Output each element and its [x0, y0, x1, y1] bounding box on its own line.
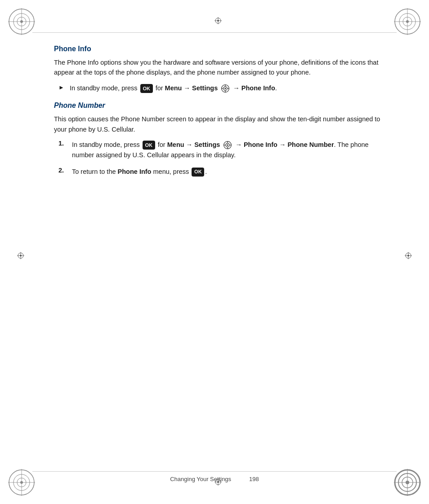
phone-info-bullet-text: In standby mode, press OK for Menu → Set… — [70, 83, 277, 93]
crosshair-left — [17, 252, 24, 261]
step-2: 2. To return to the Phone Info menu, pre… — [58, 167, 384, 177]
phone-info-body: The Phone Info options show you the hard… — [54, 57, 384, 78]
main-content: Phone Info The Phone Info options show y… — [54, 45, 384, 468]
phone-number-heading: Phone Number — [54, 102, 384, 110]
svg-point-49 — [227, 145, 228, 146]
border-bottom — [32, 471, 397, 472]
page-footer: Changing Your Settings 198 — [0, 476, 429, 482]
ok-button-inline-1: OK — [140, 84, 153, 93]
step-2-text: To return to the Phone Info menu, press … — [72, 167, 207, 177]
corner-mark-tr — [394, 8, 421, 35]
border-top — [32, 32, 397, 33]
settings-icon-1 — [220, 84, 230, 93]
bullet-arrow-icon: ► — [58, 84, 64, 91]
step-1-number: 1. — [58, 140, 67, 147]
settings-icon-2 — [223, 140, 232, 150]
crosshair-right — [405, 252, 412, 261]
page-number: 198 — [249, 476, 259, 482]
step-1: 1. In standby mode, press OK for Menu → … — [58, 140, 384, 160]
ok-button-inline-2: OK — [143, 141, 155, 150]
corner-mark-bl — [8, 469, 35, 496]
svg-point-42 — [225, 88, 226, 89]
step-2-number: 2. — [58, 167, 67, 174]
footer-text: Changing Your Settings — [170, 476, 231, 482]
corner-mark-br — [394, 469, 421, 496]
ok-button-inline-3: OK — [192, 168, 204, 177]
phone-number-body: This option causes the Phone Number scre… — [54, 114, 384, 134]
corner-mark-tl — [8, 8, 35, 35]
crosshair-top — [214, 17, 222, 26]
phone-info-bullet-item: ► In standby mode, press OK for Menu → S… — [54, 83, 384, 93]
step-1-text: In standby mode, press OK for Menu → Set… — [72, 140, 384, 160]
numbered-list: 1. In standby mode, press OK for Menu → … — [58, 140, 384, 177]
phone-info-heading: Phone Info — [54, 45, 384, 53]
